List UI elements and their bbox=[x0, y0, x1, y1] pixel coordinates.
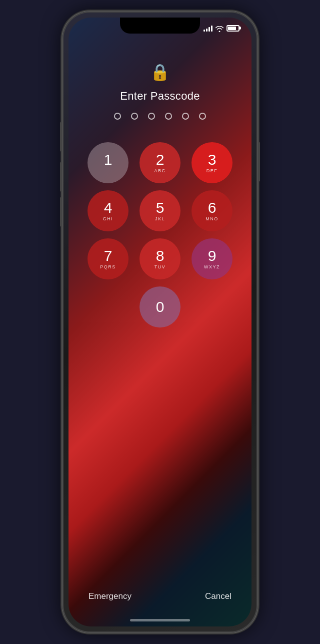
key-7[interactable]: 7 PQRS bbox=[88, 238, 128, 279]
dot-5 bbox=[182, 113, 189, 120]
key-6[interactable]: 6 MNO bbox=[192, 190, 232, 231]
passcode-title: Enter Passcode bbox=[120, 90, 200, 103]
dot-2 bbox=[131, 113, 138, 120]
signal-icon bbox=[204, 25, 212, 32]
dot-1 bbox=[114, 113, 121, 120]
key-0[interactable]: 0 bbox=[140, 286, 180, 328]
battery-icon bbox=[226, 25, 240, 32]
lock-icon: 🔒 bbox=[150, 63, 170, 82]
key-3[interactable]: 3 DEF bbox=[192, 142, 232, 183]
keypad-row-3: 7 PQRS 8 TUV 9 WXYZ bbox=[88, 238, 232, 279]
home-indicator bbox=[130, 619, 190, 621]
bottom-actions: Emergency Cancel bbox=[68, 591, 252, 601]
cancel-button[interactable]: Cancel bbox=[205, 591, 232, 601]
dot-4 bbox=[165, 113, 172, 120]
phone-frame: 🔒 Enter Passcode 1 bbox=[62, 12, 258, 632]
key-8[interactable]: 8 TUV bbox=[140, 238, 180, 279]
wifi-icon bbox=[216, 25, 224, 31]
lock-screen-content: 🔒 Enter Passcode 1 bbox=[68, 48, 252, 626]
key-4[interactable]: 4 GHI bbox=[88, 190, 128, 231]
passcode-dots bbox=[114, 113, 206, 120]
keypad: 1 2 ABC 3 DEF 4 GHI bbox=[88, 142, 232, 328]
dot-3 bbox=[148, 113, 155, 120]
phone-screen: 🔒 Enter Passcode 1 bbox=[68, 18, 252, 626]
emergency-button[interactable]: Emergency bbox=[88, 591, 132, 601]
keypad-row-4: 0 bbox=[140, 286, 180, 328]
key-5[interactable]: 5 JKL bbox=[140, 190, 180, 231]
status-icons bbox=[204, 25, 240, 32]
key-2[interactable]: 2 ABC bbox=[140, 142, 180, 183]
notch bbox=[120, 18, 200, 34]
key-1[interactable]: 1 bbox=[88, 142, 128, 183]
key-9[interactable]: 9 WXYZ bbox=[192, 238, 232, 279]
keypad-row-1: 1 2 ABC 3 DEF bbox=[88, 142, 232, 183]
dot-6 bbox=[199, 113, 206, 120]
keypad-row-2: 4 GHI 5 JKL 6 MNO bbox=[88, 190, 232, 231]
